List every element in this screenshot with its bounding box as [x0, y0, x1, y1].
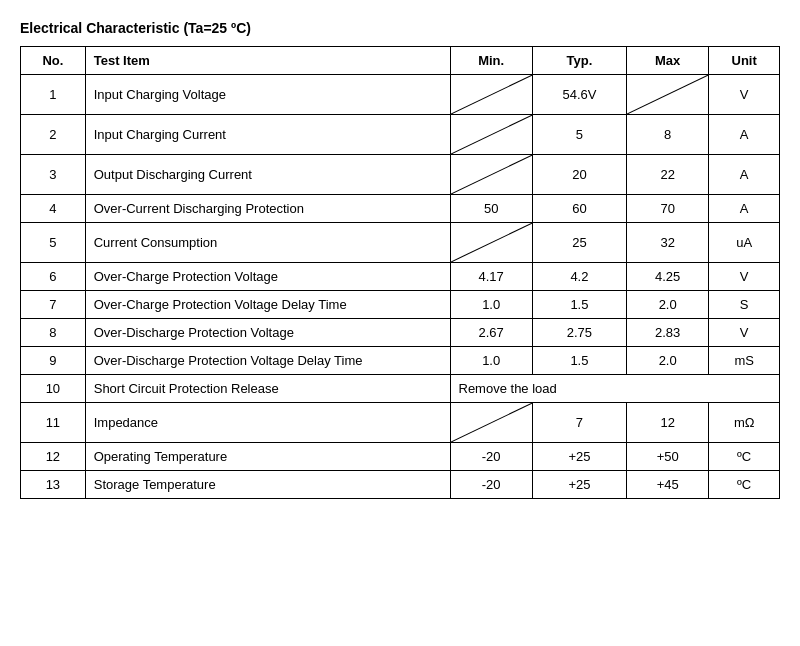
- cell-unit: mΩ: [709, 403, 780, 443]
- cell-no: 4: [21, 195, 86, 223]
- cell-min: [450, 115, 532, 155]
- electrical-characteristics-table: No. Test Item Min. Typ. Max Unit 1Input …: [20, 46, 780, 499]
- cell-max: +50: [626, 443, 708, 471]
- cell-min: 1.0: [450, 291, 532, 319]
- cell-no: 13: [21, 471, 86, 499]
- table-row: 11Impedance712mΩ: [21, 403, 780, 443]
- table-row: 4Over-Current Discharging Protection5060…: [21, 195, 780, 223]
- header-test-item: Test Item: [85, 47, 450, 75]
- cell-unit: ºC: [709, 443, 780, 471]
- cell-no: 9: [21, 347, 86, 375]
- cell-typ: 4.2: [532, 263, 626, 291]
- cell-test-item: Output Discharging Current: [85, 155, 450, 195]
- cell-min: 50: [450, 195, 532, 223]
- cell-max: +45: [626, 471, 708, 499]
- cell-test-item: Impedance: [85, 403, 450, 443]
- cell-typ: 5: [532, 115, 626, 155]
- table-row: 8Over-Discharge Protection Voltage2.672.…: [21, 319, 780, 347]
- header-typ: Typ.: [532, 47, 626, 75]
- cell-min: 1.0: [450, 347, 532, 375]
- cell-typ: 25: [532, 223, 626, 263]
- cell-max: 32: [626, 223, 708, 263]
- svg-line-1: [627, 75, 708, 114]
- cell-no: 1: [21, 75, 86, 115]
- cell-test-item: Over-Charge Protection Voltage Delay Tim…: [85, 291, 450, 319]
- table-row: 13Storage Temperature-20+25+45ºC: [21, 471, 780, 499]
- cell-test-item: Over-Discharge Protection Voltage: [85, 319, 450, 347]
- cell-test-item: Over-Charge Protection Voltage: [85, 263, 450, 291]
- cell-no: 12: [21, 443, 86, 471]
- cell-unit: V: [709, 263, 780, 291]
- cell-max: 2.83: [626, 319, 708, 347]
- cell-min: -20: [450, 443, 532, 471]
- cell-typ: 54.6V: [532, 75, 626, 115]
- cell-min: -20: [450, 471, 532, 499]
- cell-test-item: Short Circuit Protection Release: [85, 375, 450, 403]
- cell-max: 2.0: [626, 347, 708, 375]
- cell-span: Remove the load: [450, 375, 780, 403]
- svg-line-0: [451, 75, 532, 114]
- cell-typ: 2.75: [532, 319, 626, 347]
- cell-typ: 60: [532, 195, 626, 223]
- cell-min: [450, 403, 532, 443]
- table-row: 6Over-Charge Protection Voltage4.174.24.…: [21, 263, 780, 291]
- cell-max: 12: [626, 403, 708, 443]
- cell-no: 11: [21, 403, 86, 443]
- cell-unit: A: [709, 155, 780, 195]
- cell-test-item: Operating Temperature: [85, 443, 450, 471]
- svg-line-4: [451, 223, 532, 262]
- cell-no: 5: [21, 223, 86, 263]
- header-unit: Unit: [709, 47, 780, 75]
- cell-unit: V: [709, 319, 780, 347]
- cell-max: 22: [626, 155, 708, 195]
- cell-max: 4.25: [626, 263, 708, 291]
- svg-line-2: [451, 115, 532, 154]
- cell-test-item: Input Charging Current: [85, 115, 450, 155]
- cell-no: 3: [21, 155, 86, 195]
- cell-max: 2.0: [626, 291, 708, 319]
- cell-typ: 1.5: [532, 291, 626, 319]
- cell-no: 10: [21, 375, 86, 403]
- cell-unit: ºC: [709, 471, 780, 499]
- table-row: 5Current Consumption2532uA: [21, 223, 780, 263]
- svg-line-5: [451, 403, 532, 442]
- cell-max: [626, 75, 708, 115]
- cell-test-item: Over-Current Discharging Protection: [85, 195, 450, 223]
- cell-max: 70: [626, 195, 708, 223]
- cell-min: [450, 155, 532, 195]
- cell-min: [450, 223, 532, 263]
- table-row: 3Output Discharging Current2022A: [21, 155, 780, 195]
- cell-unit: mS: [709, 347, 780, 375]
- cell-no: 7: [21, 291, 86, 319]
- cell-no: 8: [21, 319, 86, 347]
- cell-typ: 20: [532, 155, 626, 195]
- cell-unit: A: [709, 195, 780, 223]
- cell-no: 6: [21, 263, 86, 291]
- header-min: Min.: [450, 47, 532, 75]
- cell-unit: S: [709, 291, 780, 319]
- cell-min: 4.17: [450, 263, 532, 291]
- cell-test-item: Storage Temperature: [85, 471, 450, 499]
- cell-unit: A: [709, 115, 780, 155]
- cell-test-item: Input Charging Voltage: [85, 75, 450, 115]
- cell-min: 2.67: [450, 319, 532, 347]
- cell-no: 2: [21, 115, 86, 155]
- cell-min: [450, 75, 532, 115]
- cell-unit: V: [709, 75, 780, 115]
- table-row: 2Input Charging Current58A: [21, 115, 780, 155]
- cell-typ: 1.5: [532, 347, 626, 375]
- cell-typ: 7: [532, 403, 626, 443]
- table-row: 1Input Charging Voltage54.6VV: [21, 75, 780, 115]
- cell-test-item: Current Consumption: [85, 223, 450, 263]
- cell-test-item: Over-Discharge Protection Voltage Delay …: [85, 347, 450, 375]
- cell-typ: +25: [532, 471, 626, 499]
- cell-typ: +25: [532, 443, 626, 471]
- table-row: 7Over-Charge Protection Voltage Delay Ti…: [21, 291, 780, 319]
- table-row: 10Short Circuit Protection ReleaseRemove…: [21, 375, 780, 403]
- table-header-row: No. Test Item Min. Typ. Max Unit: [21, 47, 780, 75]
- header-max: Max: [626, 47, 708, 75]
- header-no: No.: [21, 47, 86, 75]
- cell-max: 8: [626, 115, 708, 155]
- table-title: Electrical Characteristic (Ta=25 ºC): [20, 20, 780, 36]
- table-row: 9Over-Discharge Protection Voltage Delay…: [21, 347, 780, 375]
